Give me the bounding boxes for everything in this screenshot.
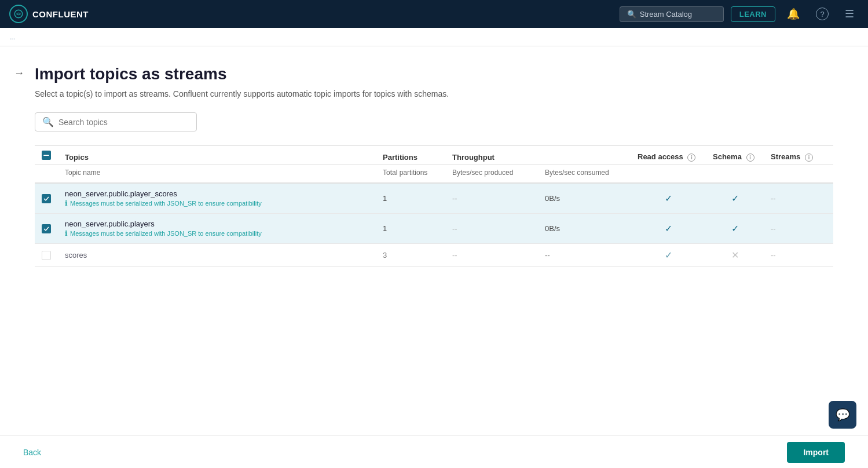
row-checkbox[interactable]	[42, 224, 51, 233]
bytes-produced-subheader: Bytes/sec produced	[445, 165, 538, 184]
select-all-checkbox[interactable]	[42, 151, 51, 160]
streams-info-icon[interactable]: i	[805, 153, 813, 162]
table-sub-header-row: Topic name Total partitions Bytes/sec pr…	[35, 165, 833, 184]
table-body: neon_server.public.player_scoresℹMessage…	[35, 183, 833, 267]
search-box[interactable]: 🔍	[35, 112, 197, 131]
row-checkbox-cell	[35, 183, 58, 214]
logo-text: CONFLUENT	[32, 9, 89, 19]
schema-cell: ✓	[706, 214, 764, 244]
warning-icon: ℹ	[65, 199, 68, 207]
top-navigation: CONFLUENT 🔍 Stream Catalog LEARN 🔔 ? ☰	[0, 0, 868, 28]
streams-subheader	[764, 165, 833, 184]
read-access-cell: ✓	[631, 214, 706, 244]
bytes-produced-value: --	[452, 251, 457, 259]
partition-value: 1	[383, 194, 387, 203]
main-content: → Import topics as streams Select a topi…	[0, 46, 868, 468]
help-icon: ?	[816, 8, 829, 20]
logo-icon	[9, 5, 28, 23]
bytes-consumed-value: 0B/s	[545, 224, 560, 233]
bytes-produced-cell: --	[445, 244, 538, 267]
hamburger-icon: ☰	[845, 8, 854, 20]
table-row: neon_server.public.player_scoresℹMessage…	[35, 183, 833, 214]
read-access-check: ✓	[665, 250, 672, 260]
topic-warning: ℹMessages must be serialized with JSON_S…	[65, 199, 369, 207]
breadcrumb-text: ...	[9, 33, 15, 41]
topic-warning: ℹMessages must be serialized with JSON_S…	[65, 229, 369, 237]
bytes-produced-value: --	[452, 224, 457, 233]
partition-value: 1	[383, 224, 387, 233]
bytes-consumed-subheader: Bytes/sec consumed	[538, 165, 631, 184]
row-checkbox-cell	[35, 214, 58, 244]
topic-name: neon_server.public.players	[65, 220, 369, 228]
menu-button[interactable]: ☰	[840, 5, 859, 23]
table-row: scores3----✓✕--	[35, 244, 833, 267]
read-access-group-header: Read access i	[631, 146, 706, 165]
topic-name: scores	[65, 251, 369, 259]
warning-icon: ℹ	[65, 229, 68, 237]
partitions-cell: 3	[376, 244, 445, 267]
partitions-group-header: Partitions	[376, 146, 445, 165]
help-button[interactable]: ?	[811, 5, 833, 23]
read-access-check: ✓	[665, 193, 672, 203]
read-access-cell: ✓	[631, 244, 706, 267]
topic-name-cell: scores	[58, 244, 376, 267]
bytes-consumed-value: --	[545, 251, 550, 259]
streams-cell: --	[764, 244, 833, 267]
page-title: Import topics as streams	[35, 65, 833, 83]
back-button[interactable]: Back	[23, 448, 41, 457]
topic-name-subheader: Topic name	[58, 165, 376, 184]
bytes-produced-cell: --	[445, 183, 538, 214]
warning-text: Messages must be serialized with JSON_SR…	[70, 230, 262, 237]
schema-subheader	[706, 165, 764, 184]
bytes-consumed-cell: --	[538, 244, 631, 267]
read-access-cell: ✓	[631, 183, 706, 214]
notifications-button[interactable]: 🔔	[782, 5, 804, 23]
schema-check: ✓	[731, 224, 739, 233]
bytes-consumed-cell: 0B/s	[538, 183, 631, 214]
bytes-produced-cell: --	[445, 214, 538, 244]
table-group-header-row: Topics Partitions Throughput Read access…	[35, 146, 833, 165]
svg-rect-1	[43, 155, 49, 156]
chat-bubble[interactable]: 💬	[829, 401, 856, 429]
throughput-group-header: Throughput	[445, 146, 631, 165]
schema-group-header: Schema i	[706, 146, 764, 165]
learn-button[interactable]: LEARN	[731, 6, 775, 22]
read-access-check: ✓	[665, 224, 672, 233]
warning-text: Messages must be serialized with JSON_SR…	[70, 200, 262, 207]
footer: Back Import	[0, 436, 868, 468]
back-arrow-button[interactable]: →	[14, 67, 24, 79]
streams-value: --	[771, 251, 776, 259]
streams-cell: --	[764, 183, 833, 214]
page-subtitle: Select a topic(s) to import as streams. …	[35, 89, 833, 98]
search-input[interactable]	[58, 118, 189, 127]
streams-value: --	[771, 224, 776, 233]
topic-name-cell: neon_server.public.playersℹMessages must…	[58, 214, 376, 244]
topic-name-cell: neon_server.public.player_scoresℹMessage…	[58, 183, 376, 214]
schema-cell: ✕	[706, 244, 764, 267]
chat-icon: 💬	[836, 408, 850, 422]
search-icon: 🔍	[627, 10, 636, 19]
partitions-cell: 1	[376, 183, 445, 214]
bytes-consumed-value: 0B/s	[545, 194, 560, 203]
schema-x: ✕	[731, 250, 739, 260]
topics-group-header: Topics	[58, 146, 376, 165]
streams-value: --	[771, 194, 776, 203]
total-partitions-subheader: Total partitions	[376, 165, 445, 184]
row-checkbox[interactable]	[42, 251, 51, 260]
bytes-produced-value: --	[452, 194, 457, 203]
streams-group-header: Streams i	[764, 146, 833, 165]
row-checkbox[interactable]	[42, 194, 51, 203]
read-access-info-icon[interactable]: i	[687, 153, 695, 162]
schema-check: ✓	[731, 193, 739, 203]
partition-value: 3	[383, 251, 387, 259]
topics-table: Topics Partitions Throughput Read access…	[35, 145, 833, 267]
schema-info-icon[interactable]: i	[746, 153, 755, 162]
row-checkbox-cell	[35, 244, 58, 267]
partitions-cell: 1	[376, 214, 445, 244]
schema-cell: ✓	[706, 183, 764, 214]
breadcrumb: ...	[0, 28, 868, 46]
stream-catalog-label: Stream Catalog	[640, 10, 692, 19]
stream-catalog-search[interactable]: 🔍 Stream Catalog	[620, 6, 724, 22]
streams-cell: --	[764, 214, 833, 244]
import-button[interactable]: Import	[787, 442, 845, 463]
